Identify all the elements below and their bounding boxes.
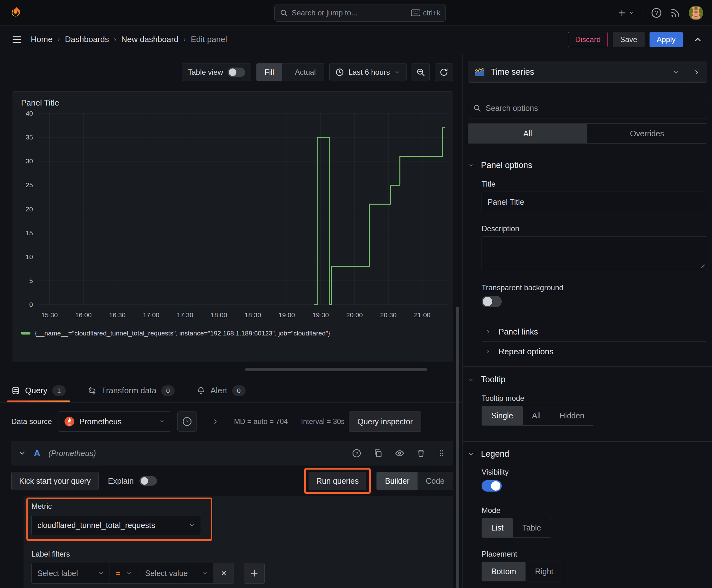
user-avatar[interactable] xyxy=(689,6,703,20)
run-queries-button[interactable]: Run queries xyxy=(308,472,367,490)
collapse-sidebar-button[interactable] xyxy=(686,62,707,82)
tooltip-mode-label: Tooltip mode xyxy=(481,394,707,403)
svg-text:16:30: 16:30 xyxy=(109,311,126,318)
tooltip-section-header[interactable]: Tooltip xyxy=(468,375,707,384)
toggle-visibility-eye-icon[interactable] xyxy=(395,448,405,458)
drag-handle-grip-icon[interactable] xyxy=(437,448,446,458)
add-filter-button[interactable] xyxy=(244,563,265,584)
expand-stats-chevron-right-icon[interactable] xyxy=(212,418,219,425)
label-filters-label: Label filters xyxy=(31,550,446,559)
hamburger-menu-icon[interactable] xyxy=(11,34,23,45)
metric-select[interactable]: cloudflared_tunnel_total_requests xyxy=(31,515,201,535)
search-icon xyxy=(280,9,288,17)
transparent-background-toggle[interactable] xyxy=(481,296,502,307)
datasource-help-button[interactable]: ? xyxy=(177,412,197,432)
panel-preview[interactable]: Panel Title 051015202530354015:3016:0016… xyxy=(13,91,453,362)
interval-stat: Interval = 30s xyxy=(301,417,345,426)
pane-resize-handle[interactable] xyxy=(245,368,427,371)
tab-transform-data[interactable]: Transform data 0 xyxy=(88,379,175,402)
panel-title-input[interactable] xyxy=(481,192,707,212)
filter-all-option[interactable]: All xyxy=(468,124,587,143)
avatar-pixel-art xyxy=(689,6,703,20)
search-options-input[interactable]: Search options xyxy=(468,98,707,119)
help-icon[interactable]: ? xyxy=(651,7,662,18)
clock-icon xyxy=(335,68,344,77)
explain-toggle[interactable] xyxy=(139,476,157,486)
repeat-options-section-header[interactable]: Repeat options xyxy=(481,342,707,361)
fill-option[interactable]: Fill xyxy=(257,63,283,81)
collapse-query-chevron-down-icon[interactable] xyxy=(19,450,26,457)
panel-links-section-header[interactable]: Panel links xyxy=(481,322,707,341)
svg-text:0: 0 xyxy=(29,301,33,308)
legend-mode-table[interactable]: Table xyxy=(513,518,551,538)
chevron-down-icon xyxy=(98,570,104,576)
panel-description-textarea[interactable] xyxy=(481,236,707,270)
kick-start-query-button[interactable]: Kick start your query xyxy=(11,472,99,490)
chevron-down-icon xyxy=(201,570,208,576)
tab-query[interactable]: Query 1 xyxy=(11,379,66,402)
save-button[interactable]: Save xyxy=(613,32,645,47)
duplicate-query-icon[interactable] xyxy=(373,448,383,458)
main-vertical-scrollbar[interactable] xyxy=(456,307,459,588)
time-series-chart[interactable]: 051015202530354015:3016:0016:3017:0017:3… xyxy=(15,108,450,328)
visualization-picker: Time series xyxy=(468,62,707,83)
panel-options-section-header[interactable]: Panel options xyxy=(468,161,707,170)
chevron-down-icon xyxy=(394,69,401,76)
select-label-dropdown[interactable]: Select label xyxy=(31,563,110,584)
global-search-input[interactable]: Search or jump to... ctrl+k xyxy=(274,4,446,22)
breadcrumb-dashboards[interactable]: Dashboards xyxy=(65,35,109,44)
operator-dropdown[interactable]: = xyxy=(110,563,139,584)
builder-option[interactable]: Builder xyxy=(377,472,417,490)
tooltip-mode-hidden[interactable]: Hidden xyxy=(550,406,594,425)
time-range-picker[interactable]: Last 6 hours xyxy=(329,63,407,81)
help-icon: ? xyxy=(182,417,192,426)
tooltip-mode-all[interactable]: All xyxy=(523,406,550,425)
grafana-logo[interactable] xyxy=(9,6,23,20)
legend-placement-bottom[interactable]: Bottom xyxy=(482,562,525,581)
code-option[interactable]: Code xyxy=(417,472,453,490)
legend-section-header[interactable]: Legend xyxy=(468,449,707,459)
add-new-button[interactable] xyxy=(618,8,634,17)
legend-heading: Legend xyxy=(481,449,509,459)
tab-alert[interactable]: Alert 0 xyxy=(196,379,245,402)
discard-button[interactable]: Discard xyxy=(568,32,608,47)
fill-actual-segmented: Fill Actual xyxy=(256,63,324,81)
query-row-header[interactable]: A (Prometheus) ? xyxy=(11,441,453,465)
tooltip-mode-single[interactable]: Single xyxy=(482,406,523,425)
query-builder-card: Metric cloudflared_tunnel_total_requests… xyxy=(24,496,453,588)
search-icon xyxy=(473,104,481,112)
legend-mode-segmented: List Table xyxy=(481,518,551,538)
chevron-right-icon xyxy=(693,69,700,76)
legend-visibility-toggle[interactable] xyxy=(481,480,502,491)
news-rss-icon[interactable] xyxy=(670,7,681,18)
keyboard-icon xyxy=(411,9,420,16)
actions-divider xyxy=(688,34,688,45)
select-value-dropdown[interactable]: Select value xyxy=(139,563,214,584)
zoom-out-time-button[interactable] xyxy=(412,63,430,81)
breadcrumb-new-dashboard[interactable]: New dashboard xyxy=(121,35,178,44)
query-help-icon[interactable]: ? xyxy=(352,448,361,458)
query-inspector-button[interactable]: Query inspector xyxy=(349,412,421,432)
apply-button[interactable]: Apply xyxy=(649,32,683,47)
chevron-down-icon xyxy=(468,451,474,457)
resize-grip-icon[interactable] xyxy=(700,263,705,268)
delete-query-trash-icon[interactable] xyxy=(416,448,425,458)
legend-series-swatch[interactable] xyxy=(21,332,30,335)
collapse-header-chevron-up-icon[interactable] xyxy=(693,35,703,44)
refresh-button[interactable] xyxy=(435,63,453,81)
table-view-control[interactable]: Table view xyxy=(182,63,251,81)
legend-placement-right[interactable]: Right xyxy=(525,562,563,581)
tab-alert-count: 0 xyxy=(232,385,245,396)
legend-series-label[interactable]: {__name__="cloudflared_tunnel_total_requ… xyxy=(35,330,330,337)
topbar-divider xyxy=(643,7,643,19)
filter-overrides-option[interactable]: Overrides xyxy=(587,124,707,143)
legend-mode-list[interactable]: List xyxy=(482,518,513,538)
viz-type-select[interactable]: Time series xyxy=(468,62,686,82)
svg-text:19:30: 19:30 xyxy=(312,311,329,318)
table-view-toggle[interactable] xyxy=(228,67,245,77)
datasource-picker[interactable]: Prometheus xyxy=(58,412,171,432)
remove-filter-button[interactable]: × xyxy=(214,563,234,584)
chevron-down-icon xyxy=(189,522,195,528)
actual-option[interactable]: Actual xyxy=(287,63,324,81)
breadcrumb-home[interactable]: Home xyxy=(31,35,52,44)
